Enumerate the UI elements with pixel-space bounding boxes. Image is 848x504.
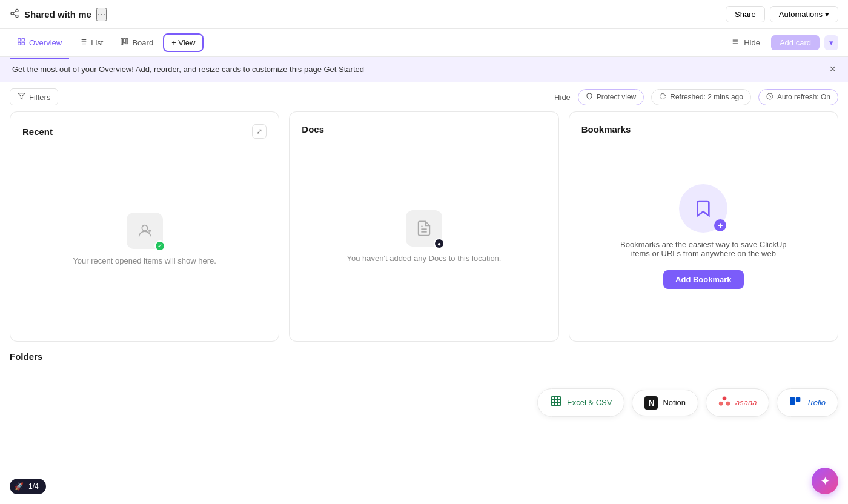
clock-icon: [766, 93, 773, 102]
trello-icon: [789, 395, 801, 410]
cards-grid: Recent ⤢ ✓ Your recent opened items will…: [0, 111, 848, 351]
add-bookmark-button[interactable]: Add Bookmark: [663, 270, 743, 289]
svg-point-36: [726, 402, 730, 406]
filters-button[interactable]: Filters: [10, 88, 58, 105]
svg-point-2: [16, 15, 18, 18]
asana-import-badge[interactable]: asana: [706, 388, 769, 417]
add-card-button[interactable]: Add card: [771, 35, 820, 50]
excel-icon: [550, 395, 562, 410]
refresh-button[interactable]: Refreshed: 2 mins ago: [651, 89, 751, 105]
asana-icon: [718, 395, 730, 410]
notion-icon: N: [644, 396, 658, 409]
svg-point-34: [723, 397, 727, 401]
more-button[interactable]: ···: [96, 8, 107, 21]
docs-card-title: Docs: [302, 124, 324, 134]
notion-label: Notion: [663, 398, 686, 407]
overview-banner: Get the most out of your Overview! Add, …: [0, 57, 848, 82]
overview-icon: [17, 38, 25, 48]
bookmark-plus-icon: +: [714, 219, 726, 231]
recent-card: Recent ⤢ ✓ Your recent opened items will…: [10, 111, 279, 342]
recent-empty-text: Your recent opened items will show here.: [73, 256, 216, 265]
share-button[interactable]: Share: [726, 6, 765, 22]
chevron-down-icon: ▾: [825, 10, 829, 19]
import-row: Excel & CSV N Notion asana Trello: [0, 379, 848, 426]
list-icon: [79, 38, 87, 48]
recent-empty-icon: ✓: [127, 213, 163, 249]
tab-board[interactable]: Board: [113, 34, 161, 51]
bookmarks-card-body: + Bookmarks are the easiest way to save …: [581, 144, 826, 329]
svg-rect-17: [126, 39, 128, 44]
get-started-link[interactable]: Get Started: [323, 65, 363, 74]
recent-expand-button[interactable]: ⤢: [252, 124, 267, 139]
svg-rect-37: [790, 397, 795, 405]
recent-card-body: ✓ Your recent opened items will show her…: [22, 148, 267, 329]
tab-overview[interactable]: Overview: [10, 34, 69, 51]
docs-empty-icon: ●: [406, 210, 442, 247]
trello-import-badge[interactable]: Trello: [777, 388, 838, 417]
bookmark-empty-icon: +: [679, 184, 727, 233]
svg-rect-16: [124, 39, 125, 43]
auto-refresh-button[interactable]: Auto refresh: On: [758, 89, 838, 105]
shield-icon: [586, 93, 593, 102]
svg-point-26: [142, 225, 147, 230]
svg-point-0: [16, 9, 18, 12]
svg-rect-6: [22, 39, 24, 41]
refresh-icon: [659, 93, 666, 102]
check-badge: ✓: [154, 240, 165, 251]
add-card-chevron[interactable]: ▾: [824, 35, 838, 50]
board-icon: [120, 38, 128, 48]
tab-add-view[interactable]: + View: [163, 33, 204, 52]
tabs-right: Hide Add card ▾: [726, 35, 838, 51]
svg-point-1: [11, 12, 13, 15]
docs-card-header: Docs: [302, 124, 546, 134]
svg-rect-15: [121, 39, 123, 45]
folders-title: Folders: [10, 351, 838, 362]
recent-card-title: Recent: [22, 127, 53, 137]
svg-rect-7: [22, 42, 24, 45]
folders-section: Folders: [0, 351, 848, 379]
trello-label: Trello: [806, 398, 826, 407]
docs-card: Docs ● You haven't added any Docs to thi…: [289, 111, 558, 342]
tab-list[interactable]: List: [71, 34, 110, 51]
header-left: Shared with me ···: [10, 8, 107, 21]
bookmarks-card-header: Bookmarks: [581, 124, 826, 134]
header-right: Share Automations ▾: [726, 6, 838, 22]
docs-empty-text: You haven't added any Docs to this locat…: [347, 254, 502, 263]
tabs-left: Overview List Board + View: [10, 33, 204, 52]
svg-marker-24: [18, 93, 25, 99]
share-icon: [10, 8, 19, 20]
notion-import-badge[interactable]: N Notion: [632, 390, 698, 416]
banner-close-button[interactable]: ×: [829, 63, 836, 76]
tabs-bar: Overview List Board + View Hide Add card…: [0, 29, 848, 57]
asana-label: asana: [735, 398, 757, 407]
svg-point-35: [719, 402, 723, 406]
svg-line-3: [13, 14, 16, 16]
excel-import-badge[interactable]: Excel & CSV: [537, 388, 624, 417]
docs-badge: ●: [434, 238, 445, 249]
svg-rect-29: [552, 397, 561, 406]
bookmarks-description: Bookmarks are the easiest way to save Cl…: [618, 240, 788, 258]
page-title: Shared with me: [24, 9, 91, 19]
bookmarks-card: Bookmarks + Bookmarks are the easiest wa…: [569, 111, 838, 342]
header: Shared with me ··· Share Automations ▾: [0, 0, 848, 29]
protect-view-button[interactable]: Protect view: [578, 89, 644, 105]
filter-icon: [18, 92, 25, 102]
docs-card-body: ● You haven't added any Docs to this loc…: [302, 144, 546, 329]
banner-text: Get the most out of your Overview! Add, …: [12, 65, 364, 74]
hide-button[interactable]: Hide: [726, 35, 766, 51]
hide-label: Hide: [554, 93, 571, 102]
excel-label: Excel & CSV: [567, 398, 612, 407]
expand-icon: ⤢: [256, 127, 262, 136]
svg-rect-5: [18, 39, 21, 41]
toolbar-right: Hide Protect view Refreshed: 2 mins ago …: [554, 89, 838, 105]
hide-icon: [732, 38, 740, 48]
automations-button[interactable]: Automations ▾: [770, 6, 838, 22]
svg-line-4: [13, 11, 16, 13]
toolbar-left: Filters: [10, 88, 58, 105]
toolbar: Filters Hide Protect view Refreshed: 2 m…: [0, 82, 848, 111]
bookmarks-card-title: Bookmarks: [581, 124, 631, 134]
recent-card-header: Recent ⤢: [22, 124, 267, 139]
svg-rect-38: [796, 397, 801, 402]
svg-rect-8: [18, 42, 21, 45]
